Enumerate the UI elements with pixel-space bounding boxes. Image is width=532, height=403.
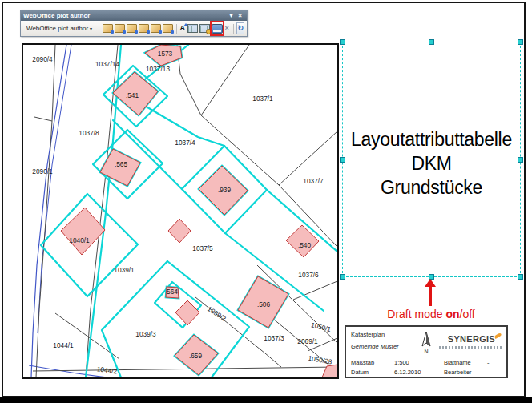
disconnect-icon: × [225,25,229,32]
parcel-label: 1037/13 [146,65,170,73]
synergis-logo: SYNERGIS [439,331,502,349]
layout-panel-line3: Grundstücke [343,175,520,199]
map-canvas[interactable]: 2090/4 1037/14 1573 1037/13 1037/1 .541 … [22,43,339,379]
plot-preview-icon [139,24,149,33]
parcel-label: 2069/1 [297,337,318,345]
parcel-label: 1050/1 [310,320,332,333]
parcel-label: 1039/3 [135,330,156,338]
north-letter: N [424,349,428,354]
plot-preview-button[interactable] [139,22,149,34]
building-shape [322,365,337,377]
date-label: Datum [351,369,369,376]
cadastral-map: 2090/4 1037/14 1573 1037/13 1037/1 .541 … [23,45,337,377]
save-plot-button[interactable] [103,22,113,34]
export-plot-button[interactable] [151,22,161,34]
refresh-button[interactable]: ↻ [236,22,244,34]
parcel-label: 1037/14 [95,60,119,68]
layout-panel-line1: Layoutattributtabelle [343,127,520,151]
plot-settings-icon [163,24,173,33]
layout-panel-line2: DKM [343,151,520,175]
parcel-label: 1037/8 [79,129,99,137]
parcel-label: 1050/28 [308,354,333,366]
parcel-label: 1039/1 [114,266,135,274]
parcel-label: 1037/3 [264,334,284,342]
scale-value: 1:500 [394,359,409,366]
draft-mode-button[interactable] [212,22,223,34]
window-close-icon[interactable]: × [236,12,244,20]
selection-handle[interactable] [429,39,434,45]
synergis-logo-text: SYNERGIS [448,334,495,344]
attribute-table-button[interactable] [187,22,198,34]
scale-label: Maßstab [351,359,374,366]
building-shape [175,300,200,325]
parcel-label: 1044/2 [96,365,118,375]
municipality-label: Gemeinde Muster [351,343,399,350]
add-text-icon: A [180,25,186,32]
dropdown-label: WebOffice plot author [26,25,88,32]
parcel-label: .540 [298,241,312,249]
draft-mode-icon [212,24,223,34]
load-plot-icon [127,24,137,33]
sheet-value: - [487,359,490,366]
parcel-label: 1037/7 [303,177,324,185]
weboffice-plot-author-window: WebOffice plot author ▾ × WebOffice plot… [20,10,248,37]
plot-settings-button[interactable] [163,22,173,34]
editor-label: Bearbeiter [444,369,472,376]
editor-value: - [487,369,490,376]
date-value: 6.12.2010 [394,369,421,376]
parcel-label: 1037/4 [175,139,195,147]
parcel-label: .659 [189,352,203,360]
north-arrow-icon: N [420,331,433,358]
building-layer [61,45,337,377]
draft-mode-off: /off [460,308,475,320]
window-menu-icon[interactable]: ▾ [227,12,236,20]
draft-mode-annotation: Draft mode on/off [362,308,500,320]
draft-mode-text: Draft mode [387,308,445,320]
refresh-icon: ↻ [237,25,244,32]
disconnect-button[interactable]: × [224,22,230,34]
building-shape [168,219,191,243]
parcel-label: 1037/1 [252,95,273,103]
parcel-label: .541 [126,91,139,99]
attribute-table-settings-icon [200,24,210,33]
window-titlebar[interactable]: WebOffice plot author ▾ × [21,10,247,21]
parcel-label: 1040/1 [69,236,90,244]
parcel-label: 1044/1 [53,341,74,349]
layout-panel-text: Layoutattributtabelle DKM Grundstücke [343,127,520,199]
export-plot-icon [151,24,161,33]
plot-toolbar: WebOffice plot author ▾ A × ↻ [21,21,247,36]
selection-handle[interactable] [340,274,345,280]
selection-handle[interactable] [340,39,345,45]
parcel-label: .565 [115,160,128,168]
selection-handle[interactable] [518,274,523,280]
parcel-label: 2090/4 [32,55,53,63]
parcel-label: 1573 [158,50,173,58]
sheet-label: Blattname [444,359,471,366]
attribute-table-icon [187,24,198,33]
parcel-label: 2090/1 [32,167,53,175]
chevron-down-icon: ▾ [90,26,92,31]
map-title-block: Katasterplan Gemeinde Muster Maßstab 1:5… [345,325,508,378]
parcel-label: 564 [167,288,178,296]
parcel-label: .939 [218,186,232,194]
attribute-table-settings-button[interactable] [200,22,210,34]
parcel-label: 1037/6 [298,271,319,279]
save-plot-as-icon [115,24,125,33]
selection-handle[interactable] [518,39,523,45]
parcel-label: 1037/5 [192,244,213,252]
parcel-label: .506 [257,300,271,308]
layout-attribute-table-element[interactable]: Layoutattributtabelle DKM Grundstücke [342,42,521,277]
add-text-button[interactable]: A [179,22,185,34]
window-title: WebOffice plot author [23,12,227,19]
load-plot-button[interactable] [127,22,137,34]
bottom-border [0,397,532,403]
red-arrow-shaft [429,286,432,306]
title-block-title: Katasterplan [351,331,385,338]
draft-mode-on: on [445,308,459,320]
plot-author-dropdown[interactable]: WebOffice plot author ▾ [23,23,95,34]
synergis-leaf-icon [494,332,502,339]
synergis-tagline [439,346,502,349]
save-plot-as-button[interactable] [115,22,125,34]
save-plot-icon [103,24,113,33]
